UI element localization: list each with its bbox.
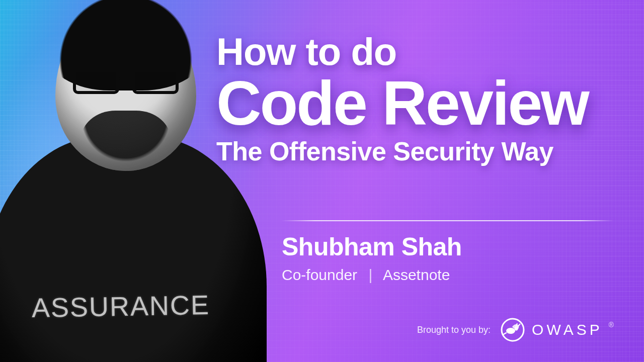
svg-point-1 bbox=[506, 328, 515, 334]
registered-mark: ® bbox=[609, 321, 614, 329]
title-line-2: Code Review bbox=[216, 74, 619, 133]
bg-binary-left bbox=[0, 0, 101, 362]
sponsor-label: Brought to you by: bbox=[417, 325, 491, 335]
sponsor-brand: OWASP ® bbox=[501, 318, 614, 342]
speaker-subline: Co-founder | Assetnote bbox=[282, 266, 462, 284]
slide-card: ASSURANCE How to do Code Review The Offe… bbox=[0, 0, 644, 362]
title-line-1: How to do bbox=[216, 33, 619, 71]
speaker-role: Co-founder bbox=[282, 266, 357, 283]
speaker-name: Shubham Shah bbox=[282, 232, 462, 261]
divider-line bbox=[282, 220, 614, 221]
owasp-wasp-icon bbox=[501, 318, 525, 342]
speaker-block: Shubham Shah Co-founder | Assetnote bbox=[282, 232, 462, 284]
pipe-separator: | bbox=[368, 266, 372, 284]
title-block: How to do Code Review The Offensive Secu… bbox=[216, 33, 619, 166]
sponsor-brand-name: OWASP bbox=[532, 321, 603, 338]
subtitle: The Offensive Security Way bbox=[216, 136, 619, 166]
sponsor-block: Brought to you by: OWASP ® bbox=[417, 318, 614, 342]
speaker-company: Assetnote bbox=[383, 266, 450, 283]
